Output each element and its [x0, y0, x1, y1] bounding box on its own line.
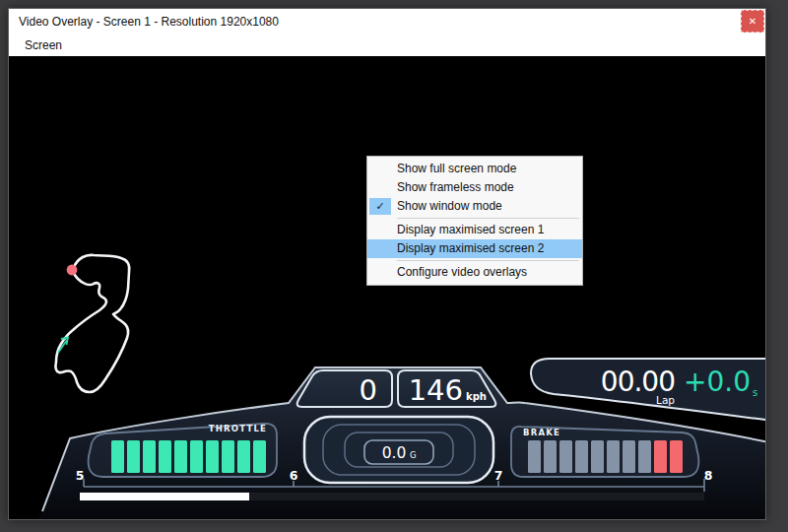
gforce-value: 0.0	[382, 444, 407, 462]
speed-value: 146	[409, 373, 463, 407]
gear-panel	[297, 370, 392, 407]
brake-bar-segment	[528, 440, 541, 473]
throttle-bar-segment	[253, 440, 266, 473]
screen-context-menu: Show full screen modeShow frameless mode…	[366, 156, 583, 286]
lap-label: Lap	[656, 394, 675, 406]
menu-bar: Screen	[9, 34, 765, 56]
throttle-bar-segment	[143, 440, 156, 473]
brake-bar-segment	[670, 440, 683, 473]
brake-label: BRAKE	[523, 428, 560, 437]
check-icon: ✓	[369, 198, 391, 215]
brake-bar-segment	[559, 440, 572, 473]
throttle-bar-segment	[237, 440, 250, 473]
title-bar[interactable]: Video Overlay - Screen 1 - Resolution 19…	[9, 9, 765, 34]
menu-item-configure-video-overlays[interactable]: Configure video overlays	[367, 263, 582, 282]
brake-bar-segment	[638, 440, 651, 473]
close-button[interactable]: ✕	[741, 10, 764, 33]
track-map	[55, 255, 129, 392]
lap-progress-bar	[80, 493, 249, 500]
menu-item-label: Display maximised screen 2	[397, 241, 544, 255]
menu-item-display-maximised-screen-1[interactable]: Display maximised screen 1	[367, 221, 582, 239]
menu-item-label: Display maximised screen 1	[397, 223, 544, 236]
throttle-bar-segment	[190, 440, 203, 473]
menu-items-container: Show full screen modeShow frameless mode…	[367, 160, 582, 282]
window-title: Video Overlay - Screen 1 - Resolution 19…	[19, 15, 279, 29]
throttle-bar-segment	[222, 440, 234, 473]
menu-item-show-frameless-mode[interactable]: Show frameless mode	[367, 178, 582, 197]
menu-screen[interactable]: Screen	[17, 36, 70, 54]
lap-delta-value: +0.0	[684, 366, 751, 398]
video-content-area: 0 146 kph 00.00 Lap +0.0 s THROTTLE	[9, 56, 765, 519]
throttle-bar-segment	[174, 440, 187, 473]
menu-item-label: Configure video overlays	[397, 265, 527, 279]
brake-bar-segment	[575, 440, 588, 473]
lap-delta-unit: s	[753, 387, 757, 398]
menu-item-display-maximised-screen-2[interactable]: Display maximised screen 2	[367, 239, 582, 258]
throttle-bar-segment	[127, 440, 140, 473]
menu-item-show-full-screen-mode[interactable]: Show full screen mode	[367, 160, 582, 178]
speed-unit: kph	[466, 391, 487, 402]
scale-label: 5	[76, 468, 85, 483]
throttle-bar-segment	[111, 440, 124, 473]
menu-separator	[397, 218, 579, 219]
telemetry-overlay: 0 146 kph 00.00 Lap +0.0 s THROTTLE	[9, 56, 765, 519]
scale-label: 8	[704, 468, 713, 483]
brake-bar-segment	[607, 440, 620, 473]
gforce-unit: G	[410, 450, 417, 460]
track-outline	[55, 255, 129, 392]
scale-label: 6	[290, 468, 298, 483]
brake-bar-segment	[623, 440, 635, 473]
brake-bar-segment	[591, 440, 604, 473]
throttle-label: THROTTLE	[209, 424, 267, 433]
menu-separator	[397, 260, 579, 261]
menu-item-label: Show window mode	[397, 199, 502, 213]
gforce-panel: 0.0 G	[304, 417, 493, 483]
menu-item-show-window-mode[interactable]: ✓Show window mode	[367, 197, 582, 216]
scale-label: 7	[494, 468, 503, 483]
video-overlay-window: Video Overlay - Screen 1 - Resolution 19…	[8, 8, 766, 520]
menu-item-label: Show full screen mode	[397, 162, 516, 175]
menu-item-label: Show frameless mode	[397, 180, 514, 194]
brake-panel: BRAKE	[511, 427, 698, 477]
car-position-dot	[67, 265, 78, 276]
brake-bar-segment	[544, 440, 557, 473]
desktop-background: Video Overlay - Screen 1 - Resolution 19…	[0, 0, 788, 532]
brake-bar-segment	[654, 440, 667, 473]
throttle-bar-segment	[206, 440, 219, 473]
throttle-bar-segment	[159, 440, 171, 473]
gear-value: 0	[360, 373, 377, 407]
